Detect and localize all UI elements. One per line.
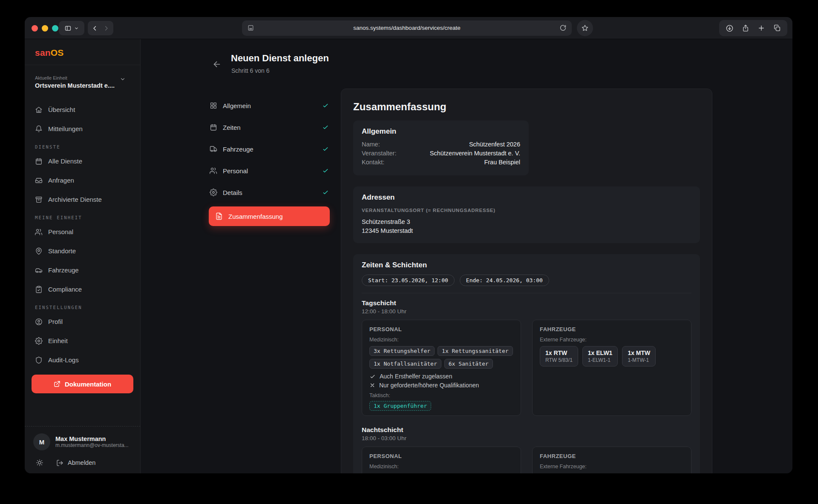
documentation-button[interactable]: Dokumentation xyxy=(32,375,133,393)
sidebar-item-standorte[interactable]: Standorte xyxy=(32,241,133,261)
vehicle-callsign: 1-ELW1-1 xyxy=(588,357,613,363)
window-controls xyxy=(32,17,58,39)
bookmark-star-button[interactable] xyxy=(577,20,593,36)
box-header: FAHRZEUGE xyxy=(540,326,684,332)
sidebar-item-compliance[interactable]: Compliance xyxy=(32,280,133,299)
sidebar-item-fahrzeuge[interactable]: Fahrzeuge xyxy=(32,261,133,280)
step-allgemein[interactable]: Allgemein xyxy=(209,98,330,113)
bell-icon xyxy=(35,125,43,133)
step-label: Personal xyxy=(223,167,317,175)
sidebar-item-archivierte-dienste[interactable]: Archivierte Dienste xyxy=(32,190,133,209)
sidebar-item-personal[interactable]: Personal xyxy=(32,222,133,241)
x-icon xyxy=(369,382,375,388)
step-zeiten[interactable]: Zeiten xyxy=(209,120,330,135)
adressen-card: Adressen VERANSTALTUNGSORT (= RECHNUNGSA… xyxy=(353,186,700,243)
step-zusammenfassung[interactable]: Zusammenfassung xyxy=(209,206,330,226)
url-text[interactable]: sanos.systems/dashboard/services/create xyxy=(242,20,572,36)
external-link-icon xyxy=(54,381,60,387)
divider xyxy=(362,293,691,293)
summary-row: Veranstalter: Schützenverein Musterstadt… xyxy=(362,150,520,157)
shift-time: 12:00 - 18:00 Uhr xyxy=(362,308,691,315)
page-settings-icon[interactable] xyxy=(247,24,254,32)
sidebar-item-label: Übersicht xyxy=(48,106,75,113)
sidebar-item-label: Standorte xyxy=(48,247,76,255)
step-personal[interactable]: Personal xyxy=(209,163,330,178)
qualification-chip: 3x Rettungshelfer xyxy=(369,346,435,356)
shift-name: Nachtschicht xyxy=(362,426,691,434)
fahrzeuge-box: FAHRZEUGE Externe Fahrzeuge: 1x RTW RTW … xyxy=(532,320,691,416)
file-text-icon xyxy=(215,212,223,220)
new-tab-button[interactable] xyxy=(758,24,765,32)
page-subtitle: Schritt 6 von 6 xyxy=(231,67,270,74)
vehicle-title: 1x ELW1 xyxy=(588,349,613,356)
theme-toggle-button[interactable] xyxy=(36,459,43,467)
shield-icon xyxy=(35,356,43,364)
sidebar-item-mitteilungen[interactable]: Mitteilungen xyxy=(32,119,133,138)
share-button[interactable] xyxy=(742,24,749,32)
sidebar-toggle-icon xyxy=(64,25,72,32)
close-window-button[interactable] xyxy=(32,25,38,32)
logout-button[interactable]: Abmelden xyxy=(56,459,95,467)
home-icon xyxy=(35,106,43,114)
arrow-left-icon xyxy=(212,60,222,69)
row-label: Veranstalter: xyxy=(362,150,396,157)
main-content: Neuen Dienst anlegen Schritt 6 von 6 All… xyxy=(141,39,792,473)
sidebar-item-label: Personal xyxy=(48,228,73,235)
wizard-stepper: Allgemein Zeiten Fahrzeuge Personal xyxy=(209,98,330,232)
summary-title: Zusammenfassung xyxy=(353,101,700,113)
user-account[interactable]: M Max Mustermann m.mustermann@ov-musters… xyxy=(32,433,133,450)
sidebar-item-uebersicht[interactable]: Übersicht xyxy=(32,100,133,119)
back-arrow-button[interactable] xyxy=(212,60,222,69)
step-label: Zeiten xyxy=(223,124,317,131)
zoom-window-button[interactable] xyxy=(52,25,58,32)
address-bar[interactable]: sanos.systems/dashboard/services/create xyxy=(242,20,572,36)
flag-text: Nur geforderte/höhere Qualifikationen xyxy=(379,382,479,389)
users-icon xyxy=(35,228,43,236)
check-icon xyxy=(322,189,329,196)
grid-icon xyxy=(210,102,217,109)
unit-name: Ortsverein Musterstadt e.... xyxy=(35,82,121,89)
tab-overview-button[interactable] xyxy=(773,24,781,32)
taktisch-chip: 1x Gruppenführer xyxy=(369,401,431,411)
chevron-down-icon xyxy=(120,76,126,82)
sidebar-item-anfragen[interactable]: Anfragen xyxy=(32,171,133,190)
check-icon xyxy=(369,373,376,380)
row-label: Name: xyxy=(362,141,380,148)
forward-button[interactable] xyxy=(103,25,109,32)
unit-switcher[interactable]: Aktuelle Einheit Ortsverein Musterstadt … xyxy=(25,65,140,89)
sidebar-item-audit-logs[interactable]: Audit-Logs xyxy=(32,350,133,369)
sidebar-item-label: Compliance xyxy=(48,286,82,293)
step-fahrzeuge[interactable]: Fahrzeuge xyxy=(209,141,330,157)
step-label: Allgemein xyxy=(223,102,317,109)
sidebar-item-label: Archivierte Dienste xyxy=(48,196,102,203)
sidebar-item-alle-dienste[interactable]: Alle Dienste xyxy=(32,152,133,171)
sidebar-item-einheit[interactable]: Einheit xyxy=(32,331,133,350)
browser-window: sanos.systems/dashboard/services/create xyxy=(25,17,792,473)
sidebar-toggle-button[interactable] xyxy=(59,21,84,35)
sidebar-item-profil[interactable]: Profil xyxy=(32,312,133,331)
page-title: Neuen Dienst anlegen xyxy=(231,53,329,64)
step-details[interactable]: Details xyxy=(209,185,330,200)
row-value: Schützenverein Musterstadt e. V. xyxy=(430,150,520,157)
vehicle-card: 1x RTW RTW 5/83/1 xyxy=(540,346,578,367)
calendar-icon xyxy=(210,123,217,131)
minimize-window-button[interactable] xyxy=(42,25,48,32)
truck-icon xyxy=(210,145,217,153)
card-title: Allgemein xyxy=(362,127,520,136)
fahrzeuge-box: FAHRZEUGE Externe Fahrzeuge: xyxy=(532,447,691,473)
address-type-label: VERANSTALTUNGSORT (= RECHNUNGSADRESSE) xyxy=(362,208,691,213)
refresh-icon[interactable] xyxy=(559,24,567,32)
address-line: 12345 Musterstadt xyxy=(362,226,691,235)
sidebar-item-label: Audit-Logs xyxy=(48,356,79,364)
logo-part-2: OS xyxy=(51,48,64,57)
app-logo: sanOS xyxy=(25,39,140,65)
check-icon xyxy=(322,167,329,174)
downloads-button[interactable] xyxy=(726,24,734,32)
user-email: m.mustermann@ov-mustersta... xyxy=(55,442,129,448)
check-icon xyxy=(322,102,329,109)
back-button[interactable] xyxy=(92,25,98,32)
box-header: PERSONAL xyxy=(369,326,513,332)
sidebar-item-label: Fahrzeuge xyxy=(48,266,79,274)
personal-box: PERSONAL Medizinisch: 3x Rettungshelfer … xyxy=(362,320,521,416)
gear-icon xyxy=(210,189,217,196)
